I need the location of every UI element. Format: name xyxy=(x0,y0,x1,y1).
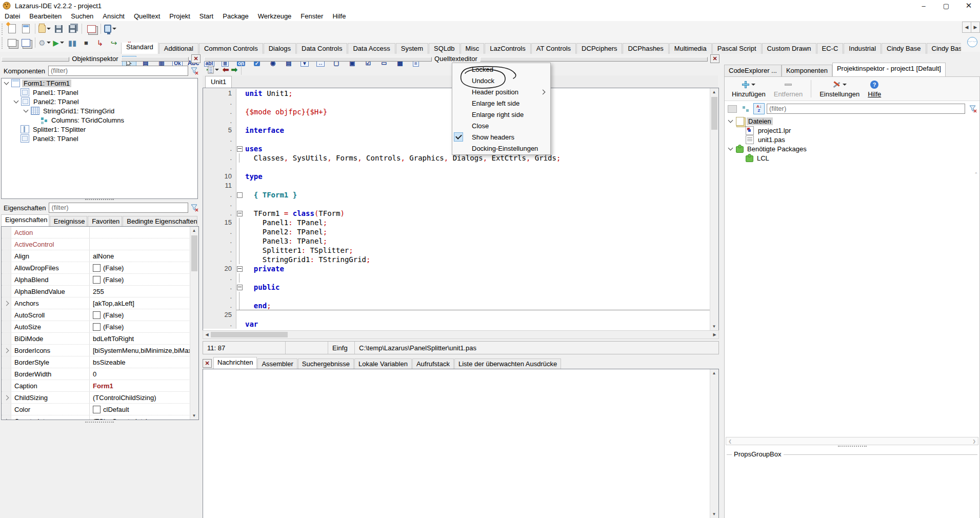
color-swatch[interactable] xyxy=(93,406,101,413)
source-editor-header[interactable]: Quelltexteditor ✕ xyxy=(203,54,721,63)
component-tree-item-stringgrid1[interactable]: StringGrid1: TStringGrid xyxy=(2,106,197,115)
property-value[interactable]: (TSizeConstraints) xyxy=(89,415,190,420)
fold-collapse-icon[interactable] xyxy=(237,285,243,290)
pi-button-einstellungen[interactable]: Einstellungen xyxy=(815,79,864,99)
property-row-alphablend[interactable]: AlphaBlend(False) xyxy=(2,274,190,286)
expander-icon[interactable] xyxy=(4,80,9,85)
menubar-item-werkzeuge[interactable]: Werkzeuge xyxy=(253,11,296,21)
scroll-up-icon[interactable]: ▲ xyxy=(190,227,198,234)
context-menu-item-docking-einstellungen[interactable]: Docking-Einstellungen xyxy=(452,143,550,154)
palette-tab-standard[interactable]: Standard xyxy=(121,43,158,54)
toolbar-grip[interactable] xyxy=(2,37,3,49)
expand-icon[interactable] xyxy=(4,419,9,420)
messages-scrollbar[interactable]: ▲ ▼ xyxy=(710,369,718,518)
expander-icon[interactable] xyxy=(728,118,733,123)
right-panel-tab-komponenten[interactable]: Komponenten xyxy=(782,65,832,76)
palette-tab-custom-drawn[interactable]: Custom Drawn xyxy=(762,43,816,54)
property-value[interactable]: Form1 xyxy=(89,380,190,391)
tree-view-icon[interactable] xyxy=(740,103,751,114)
property-value[interactable]: bdLeftToRight xyxy=(89,333,190,344)
menubar-item-ansicht[interactable]: Ansicht xyxy=(98,11,129,21)
palette-tab-system[interactable]: System xyxy=(396,43,428,54)
code-line-16[interactable]: . Panel2: TPanel; xyxy=(203,227,710,236)
fold-collapse-icon[interactable] xyxy=(237,266,243,272)
property-row-borderwidth[interactable]: BorderWidth0 xyxy=(2,368,190,380)
context-menu-item-locked[interactable]: Locked xyxy=(452,64,550,75)
view-windows-icon[interactable] xyxy=(104,23,116,35)
editor-vscrollbar[interactable]: ▲ ▼ xyxy=(710,88,718,330)
fold-collapse-icon[interactable] xyxy=(237,211,243,216)
component-tree-item-form1[interactable]: Form1: TForm1 xyxy=(2,78,197,88)
stop-icon[interactable]: ■ xyxy=(80,36,92,49)
new-form-icon[interactable] xyxy=(19,23,32,35)
scroll-up-icon[interactable]: ▲ xyxy=(710,88,718,96)
maximize-button[interactable]: ▢ xyxy=(935,0,957,11)
expand-icon[interactable] xyxy=(4,348,9,353)
properties-filter-input[interactable]: (filter) xyxy=(49,203,188,213)
property-value[interactable]: (False) xyxy=(89,274,190,285)
palette-tab-industrial[interactable]: Industrial xyxy=(844,43,881,54)
property-row-alphablendvalue[interactable]: AlphaBlendValue255 xyxy=(2,286,190,297)
right-panel-tab-codeexplorer[interactable]: CodeExplorer ... xyxy=(724,65,782,76)
menubar-item-projekt[interactable]: Projekt xyxy=(165,11,194,21)
toolbar-grip[interactable] xyxy=(2,24,3,35)
scroll-right-icon[interactable]: ❯ xyxy=(970,437,978,445)
palette-tab-cindy-base[interactable]: Cindy Base xyxy=(882,43,926,54)
component-tree-item-panel1[interactable]: Panel1: TPanel xyxy=(2,88,197,97)
menubar-item-start[interactable]: Start xyxy=(195,11,218,21)
pi-splitter[interactable] xyxy=(725,446,979,447)
menubar-item-bearbeiten[interactable]: Bearbeiten xyxy=(25,11,66,21)
palette-tab-sqldb[interactable]: SQLdb xyxy=(429,43,459,54)
scroll-up-icon[interactable]: ▲ xyxy=(710,369,718,377)
property-value[interactable]: 0 xyxy=(89,368,190,380)
components-filter-input[interactable]: (filter) xyxy=(48,66,188,76)
property-row-caption[interactable]: CaptionForm1 xyxy=(2,380,190,392)
new-window-icon[interactable] xyxy=(6,36,18,49)
messages-close-icon[interactable]: ✕ xyxy=(203,359,212,368)
code-line-15[interactable]: 15 Panel1: TPanel; xyxy=(203,218,710,227)
menubar-item-package[interactable]: Package xyxy=(218,11,253,21)
palette-tab-cindy-base-edit[interactable]: Cindy Base Edit xyxy=(927,43,961,54)
project-tree-item-project1-lpr[interactable]: project1.lpr xyxy=(725,126,979,135)
save-icon[interactable] xyxy=(52,23,65,35)
expand-icon[interactable] xyxy=(4,395,9,400)
oi-splitter[interactable] xyxy=(0,199,199,200)
code-line-18[interactable]: . Splitter1: TSplitter; xyxy=(203,246,710,255)
property-value[interactable]: (False) xyxy=(89,262,190,273)
project-tree-item-ben-tigte-packages[interactable]: Benötigte Packages xyxy=(725,144,979,153)
navigate-forward-icon[interactable]: ➡ xyxy=(231,66,238,73)
editor-hscrollbar[interactable]: ◀ ▶ xyxy=(203,330,719,339)
property-value[interactable]: alNone xyxy=(89,250,190,262)
property-tab-favoriten[interactable]: Favoriten xyxy=(88,216,122,226)
code-line-14[interactable]: . TForm1 = class(TForm) xyxy=(203,209,710,218)
pi-button-hinzuf-gen[interactable]: Hinzufügen xyxy=(728,79,770,99)
property-row-color[interactable]: ColorclDefault xyxy=(2,404,190,415)
context-menu-item-enlarge-right-side[interactable]: Enlarge right side xyxy=(452,109,550,120)
palette-tab-lazcontrols[interactable]: LazControls xyxy=(485,43,530,54)
property-row-activecontrol[interactable]: ActiveControl xyxy=(2,238,190,250)
step-over-icon[interactable]: ↪ xyxy=(108,36,120,49)
property-row-bidimode[interactable]: BiDiModebdLeftToRight xyxy=(2,333,190,345)
property-value[interactable]: [akTop,akLeft] xyxy=(89,297,190,309)
pi-hscrollbar[interactable]: ❮ ❯ xyxy=(726,437,978,445)
property-tab-bedingte-eigenschaften[interactable]: Bedingte Eigenschaften xyxy=(123,216,197,226)
palette-scroll-left-icon[interactable]: ◀ xyxy=(962,22,971,33)
jump-history-icon[interactable] xyxy=(205,64,221,76)
source-editor-close-icon[interactable]: ✕ xyxy=(710,54,719,63)
code-line-13[interactable]: . xyxy=(203,200,710,209)
property-row-childsizing[interactable]: ChildSizing(TControlChildSizing) xyxy=(2,392,190,404)
filter-clear-icon[interactable] xyxy=(969,105,977,113)
checkbox-icon[interactable] xyxy=(93,276,101,284)
dropdown-icon[interactable] xyxy=(843,84,847,86)
code-line-19[interactable]: . StringGrid1: TStringGrid; xyxy=(203,255,710,264)
component-tree-item-panel2[interactable]: Panel2: TPanel xyxy=(2,97,197,106)
expander-icon[interactable] xyxy=(24,108,29,113)
palette-tab-data-controls[interactable]: Data Controls xyxy=(296,43,347,54)
build-mode-icon[interactable]: ⚙ xyxy=(38,36,51,49)
property-value[interactable]: bsSizeable xyxy=(89,356,190,368)
close-button[interactable]: ✕ xyxy=(957,0,980,11)
scroll-left-icon[interactable]: ❮ xyxy=(726,437,734,445)
code-line-21[interactable]: . xyxy=(203,273,710,283)
messages-tab-assembler[interactable]: Assembler xyxy=(257,358,297,369)
code-line-25[interactable]: 25 xyxy=(203,310,710,320)
